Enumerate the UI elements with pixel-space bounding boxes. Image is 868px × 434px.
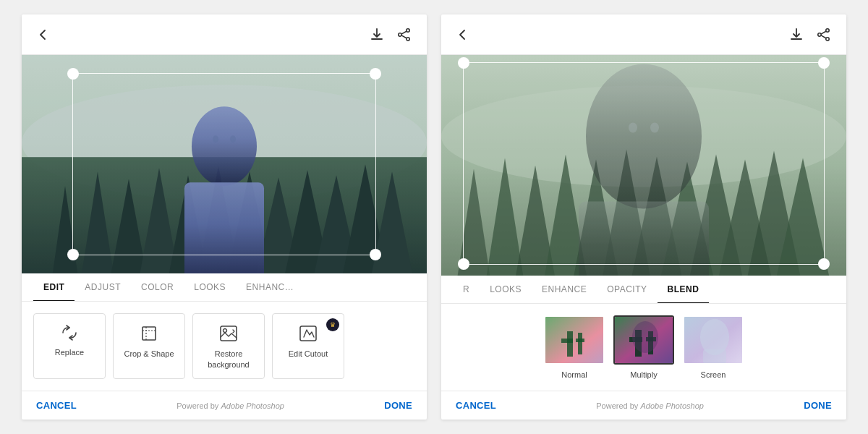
blend-multiply[interactable]: Multiply bbox=[613, 315, 674, 379]
left-panel-header bbox=[22, 14, 427, 55]
left-tab-edit[interactable]: EDIT bbox=[33, 273, 75, 301]
blend-normal-thumb bbox=[544, 315, 605, 365]
right-powered-text: Powered by Adobe Photoshop bbox=[596, 401, 704, 410]
left-panel-footer: CANCEL Powered by Adobe Photoshop DONE bbox=[22, 391, 427, 420]
restore-bg-label: Restore background bbox=[199, 349, 258, 370]
right-header-left bbox=[456, 27, 470, 42]
right-tab-r[interactable]: R bbox=[453, 276, 480, 303]
left-tool-buttons: Replace Crop & Shape bbox=[33, 313, 415, 379]
panels-container: EDIT ADJUST COLOR LOOKS ENHANC… Replace bbox=[0, 0, 868, 434]
blend-normal[interactable]: Normal bbox=[544, 315, 605, 379]
left-tab-enhance[interactable]: ENHANC… bbox=[236, 273, 304, 301]
svg-point-29 bbox=[826, 37, 829, 40]
svg-point-2 bbox=[407, 37, 409, 40]
edit-cutout-label: Edit Cutout bbox=[289, 349, 328, 359]
replace-label: Replace bbox=[55, 347, 84, 357]
left-download-button[interactable] bbox=[369, 27, 385, 43]
blend-normal-label: Normal bbox=[561, 370, 587, 379]
right-panel: R LOOKS ENHANCE OPACITY BLEND bbox=[441, 14, 846, 420]
blend-thumbnails: Normal bbox=[453, 315, 835, 379]
left-panel: EDIT ADJUST COLOR LOOKS ENHANC… Replace bbox=[22, 14, 427, 420]
right-cancel-button[interactable]: CANCEL bbox=[456, 400, 496, 411]
right-background bbox=[441, 55, 846, 276]
svg-rect-24 bbox=[221, 326, 237, 341]
restore-bg-button[interactable]: Restore background bbox=[192, 313, 265, 379]
crop-shape-button[interactable]: Crop & Shape bbox=[113, 313, 185, 379]
svg-rect-62 bbox=[703, 349, 726, 364]
right-tab-blend[interactable]: BLEND bbox=[658, 276, 710, 303]
left-header-right bbox=[369, 27, 412, 43]
left-tabs-bar: EDIT ADJUST COLOR LOOKS ENHANC… bbox=[22, 273, 427, 302]
right-header-right bbox=[788, 27, 832, 43]
svg-rect-52 bbox=[578, 333, 582, 354]
blend-multiply-label: Multiply bbox=[630, 370, 657, 379]
blend-screen-thumb bbox=[683, 315, 744, 365]
svg-point-1 bbox=[399, 33, 401, 35]
blend-screen-label: Screen bbox=[701, 370, 726, 379]
left-share-button[interactable] bbox=[396, 27, 412, 43]
svg-rect-23 bbox=[142, 327, 156, 340]
right-panel-header bbox=[441, 14, 846, 55]
svg-point-28 bbox=[818, 33, 821, 35]
crop-shape-label: Crop & Shape bbox=[124, 349, 174, 359]
svg-rect-26 bbox=[300, 326, 316, 341]
right-done-button[interactable]: DONE bbox=[804, 400, 832, 411]
left-header-left bbox=[36, 27, 51, 42]
left-tab-looks[interactable]: LOOKS bbox=[184, 273, 236, 301]
svg-rect-22 bbox=[22, 55, 427, 273]
blend-screen[interactable]: Screen bbox=[683, 315, 744, 379]
left-tab-color[interactable]: COLOR bbox=[131, 273, 184, 301]
left-image-area bbox=[22, 55, 427, 273]
right-download-button[interactable] bbox=[788, 27, 804, 43]
svg-rect-53 bbox=[576, 339, 584, 342]
right-tab-opacity[interactable]: OPACITY bbox=[597, 276, 657, 303]
left-back-button[interactable] bbox=[36, 27, 51, 42]
right-tab-looks[interactable]: LOOKS bbox=[480, 276, 532, 303]
left-cancel-button[interactable]: CANCEL bbox=[36, 400, 77, 411]
left-tools-area: Replace Crop & Shape bbox=[22, 302, 427, 391]
svg-point-0 bbox=[407, 28, 409, 31]
svg-point-59 bbox=[632, 321, 658, 353]
left-background bbox=[22, 55, 427, 273]
replace-button[interactable]: Replace bbox=[33, 313, 106, 379]
svg-point-25 bbox=[224, 329, 227, 333]
blend-multiply-thumb bbox=[613, 315, 674, 365]
svg-rect-48 bbox=[441, 55, 846, 276]
right-back-button[interactable] bbox=[456, 27, 470, 42]
left-powered-text: Powered by Adobe Photoshop bbox=[176, 401, 284, 410]
svg-rect-51 bbox=[561, 339, 573, 343]
right-image-area bbox=[441, 55, 846, 276]
right-tab-enhance[interactable]: ENHANCE bbox=[532, 276, 597, 303]
left-tab-adjust[interactable]: ADJUST bbox=[75, 273, 131, 301]
svg-rect-49 bbox=[545, 317, 605, 365]
right-blend-area: Normal bbox=[441, 304, 846, 391]
svg-point-27 bbox=[826, 28, 829, 31]
right-share-button[interactable] bbox=[816, 27, 832, 43]
left-done-button[interactable]: DONE bbox=[384, 400, 412, 411]
premium-crown-icon: ♛ bbox=[326, 318, 339, 331]
right-panel-footer: CANCEL Powered by Adobe Photoshop DONE bbox=[441, 391, 846, 420]
edit-cutout-button[interactable]: ♛ Edit Cutout bbox=[272, 313, 344, 379]
svg-rect-50 bbox=[567, 331, 573, 357]
right-tabs-bar: R LOOKS ENHANCE OPACITY BLEND bbox=[441, 276, 846, 304]
